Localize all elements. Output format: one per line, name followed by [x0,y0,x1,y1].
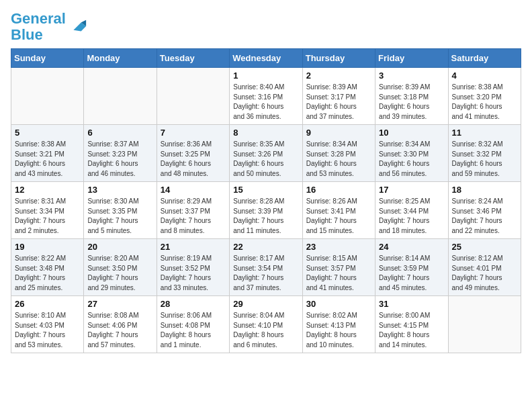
day-number: 14 [161,185,226,195]
day-info: Sunrise: 8:39 AM Sunset: 3:18 PM Dayligh… [379,83,444,122]
day-number: 11 [452,128,517,138]
day-number: 24 [379,242,444,252]
day-info: Sunrise: 8:10 AM Sunset: 4:03 PM Dayligh… [15,311,80,350]
day-number: 17 [379,185,444,195]
day-number: 29 [233,299,298,309]
day-info: Sunrise: 8:26 AM Sunset: 3:41 PM Dayligh… [306,197,371,236]
day-number: 22 [233,242,298,252]
day-info: Sunrise: 8:38 AM Sunset: 3:21 PM Dayligh… [15,140,80,179]
calendar-day-cell: 24Sunrise: 8:14 AM Sunset: 3:59 PM Dayli… [375,239,448,296]
calendar-day-cell: 2Sunrise: 8:39 AM Sunset: 3:17 PM Daylig… [302,68,375,125]
col-header-thursday: Thursday [302,49,375,68]
calendar-table: SundayMondayTuesdayWednesdayThursdayFrid… [11,48,521,353]
day-number: 7 [161,128,226,138]
day-info: Sunrise: 8:36 AM Sunset: 3:25 PM Dayligh… [161,140,226,179]
day-info: Sunrise: 8:22 AM Sunset: 3:48 PM Dayligh… [15,254,80,293]
calendar-day-cell: 25Sunrise: 8:12 AM Sunset: 4:01 PM Dayli… [448,239,521,296]
logo-text: GeneralBlue [11,11,66,43]
day-info: Sunrise: 8:34 AM Sunset: 3:30 PM Dayligh… [379,140,444,179]
calendar-day-cell: 31Sunrise: 8:00 AM Sunset: 4:15 PM Dayli… [375,296,448,353]
col-header-wednesday: Wednesday [230,49,302,68]
day-number: 23 [306,242,371,252]
calendar-day-cell: 13Sunrise: 8:30 AM Sunset: 3:35 PM Dayli… [84,182,157,239]
logo: GeneralBlue [11,11,87,43]
day-info: Sunrise: 8:37 AM Sunset: 3:23 PM Dayligh… [87,140,152,179]
calendar-day-cell: 23Sunrise: 8:15 AM Sunset: 3:57 PM Dayli… [302,239,375,296]
day-number: 31 [379,299,444,309]
day-info: Sunrise: 8:06 AM Sunset: 4:08 PM Dayligh… [161,311,226,350]
calendar-day-cell: 26Sunrise: 8:10 AM Sunset: 4:03 PM Dayli… [11,296,84,353]
calendar-day-cell: 30Sunrise: 8:02 AM Sunset: 4:13 PM Dayli… [302,296,375,353]
day-number: 25 [452,242,517,252]
day-number: 4 [452,71,517,81]
day-info: Sunrise: 8:02 AM Sunset: 4:13 PM Dayligh… [306,311,371,350]
calendar-day-cell: 29Sunrise: 8:04 AM Sunset: 4:10 PM Dayli… [230,296,302,353]
day-info: Sunrise: 8:25 AM Sunset: 3:44 PM Dayligh… [379,197,444,236]
calendar-day-cell [11,68,84,125]
day-info: Sunrise: 8:00 AM Sunset: 4:15 PM Dayligh… [379,311,444,350]
calendar-day-cell: 10Sunrise: 8:34 AM Sunset: 3:30 PM Dayli… [375,125,448,182]
day-info: Sunrise: 8:39 AM Sunset: 3:17 PM Dayligh… [306,83,371,122]
day-number: 8 [233,128,298,138]
day-info: Sunrise: 8:31 AM Sunset: 3:34 PM Dayligh… [15,197,80,236]
day-info: Sunrise: 8:24 AM Sunset: 3:46 PM Dayligh… [452,197,517,236]
day-info: Sunrise: 8:38 AM Sunset: 3:20 PM Dayligh… [452,83,517,122]
calendar-day-cell: 1Sunrise: 8:40 AM Sunset: 3:16 PM Daylig… [230,68,302,125]
day-info: Sunrise: 8:15 AM Sunset: 3:57 PM Dayligh… [306,254,371,293]
calendar-day-cell: 9Sunrise: 8:34 AM Sunset: 3:28 PM Daylig… [302,125,375,182]
calendar-day-cell: 18Sunrise: 8:24 AM Sunset: 3:46 PM Dayli… [448,182,521,239]
calendar-week-row: 1Sunrise: 8:40 AM Sunset: 3:16 PM Daylig… [11,68,521,125]
calendar-day-cell: 6Sunrise: 8:37 AM Sunset: 3:23 PM Daylig… [84,125,157,182]
calendar-day-cell: 27Sunrise: 8:08 AM Sunset: 4:06 PM Dayli… [84,296,157,353]
day-info: Sunrise: 8:04 AM Sunset: 4:10 PM Dayligh… [233,311,298,350]
day-number: 12 [15,185,80,195]
calendar-day-cell: 8Sunrise: 8:35 AM Sunset: 3:26 PM Daylig… [230,125,302,182]
day-number: 26 [15,299,80,309]
day-number: 15 [233,185,298,195]
day-info: Sunrise: 8:14 AM Sunset: 3:59 PM Dayligh… [379,254,444,293]
col-header-saturday: Saturday [448,49,521,68]
col-header-tuesday: Tuesday [157,49,229,68]
calendar-week-row: 26Sunrise: 8:10 AM Sunset: 4:03 PM Dayli… [11,296,521,353]
day-number: 2 [306,71,371,81]
calendar-day-cell: 5Sunrise: 8:38 AM Sunset: 3:21 PM Daylig… [11,125,84,182]
day-number: 30 [306,299,371,309]
calendar-week-row: 19Sunrise: 8:22 AM Sunset: 3:48 PM Dayli… [11,239,521,296]
col-header-monday: Monday [84,49,157,68]
day-number: 6 [87,128,152,138]
calendar-day-cell: 3Sunrise: 8:39 AM Sunset: 3:18 PM Daylig… [375,68,448,125]
day-info: Sunrise: 8:12 AM Sunset: 4:01 PM Dayligh… [452,254,517,293]
calendar-day-cell: 22Sunrise: 8:17 AM Sunset: 3:54 PM Dayli… [230,239,302,296]
day-info: Sunrise: 8:29 AM Sunset: 3:37 PM Dayligh… [161,197,226,236]
calendar-day-cell: 20Sunrise: 8:20 AM Sunset: 3:50 PM Dayli… [84,239,157,296]
col-header-sunday: Sunday [11,49,84,68]
day-info: Sunrise: 8:08 AM Sunset: 4:06 PM Dayligh… [87,311,152,350]
calendar-week-row: 5Sunrise: 8:38 AM Sunset: 3:21 PM Daylig… [11,125,521,182]
day-info: Sunrise: 8:19 AM Sunset: 3:52 PM Dayligh… [161,254,226,293]
calendar-day-cell: 21Sunrise: 8:19 AM Sunset: 3:52 PM Dayli… [157,239,229,296]
calendar-day-cell: 17Sunrise: 8:25 AM Sunset: 3:44 PM Dayli… [375,182,448,239]
calendar-day-cell: 28Sunrise: 8:06 AM Sunset: 4:08 PM Dayli… [157,296,229,353]
day-number: 5 [15,128,80,138]
day-info: Sunrise: 8:34 AM Sunset: 3:28 PM Dayligh… [306,140,371,179]
calendar-day-cell: 7Sunrise: 8:36 AM Sunset: 3:25 PM Daylig… [157,125,229,182]
day-info: Sunrise: 8:40 AM Sunset: 3:16 PM Dayligh… [233,83,298,122]
day-info: Sunrise: 8:28 AM Sunset: 3:39 PM Dayligh… [233,197,298,236]
calendar-day-cell: 4Sunrise: 8:38 AM Sunset: 3:20 PM Daylig… [448,68,521,125]
calendar-week-row: 12Sunrise: 8:31 AM Sunset: 3:34 PM Dayli… [11,182,521,239]
page-header: GeneralBlue [11,11,521,43]
day-info: Sunrise: 8:35 AM Sunset: 3:26 PM Dayligh… [233,140,298,179]
day-number: 10 [379,128,444,138]
day-number: 20 [87,242,152,252]
day-info: Sunrise: 8:30 AM Sunset: 3:35 PM Dayligh… [87,197,152,236]
day-number: 16 [306,185,371,195]
day-number: 9 [306,128,371,138]
calendar-day-cell: 15Sunrise: 8:28 AM Sunset: 3:39 PM Dayli… [230,182,302,239]
calendar-day-cell: 16Sunrise: 8:26 AM Sunset: 3:41 PM Dayli… [302,182,375,239]
calendar-day-cell [448,296,521,353]
day-number: 19 [15,242,80,252]
day-info: Sunrise: 8:32 AM Sunset: 3:32 PM Dayligh… [452,140,517,179]
calendar-day-cell: 12Sunrise: 8:31 AM Sunset: 3:34 PM Dayli… [11,182,84,239]
calendar-day-cell: 14Sunrise: 8:29 AM Sunset: 3:37 PM Dayli… [157,182,229,239]
day-number: 28 [161,299,226,309]
